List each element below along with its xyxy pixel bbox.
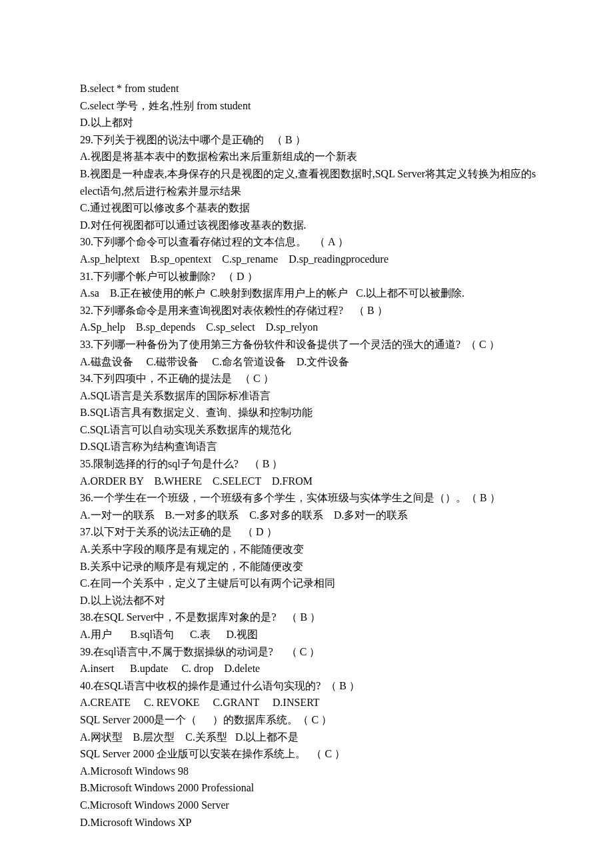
text-line: D.Microsoft Windows XP: [80, 814, 536, 831]
text-line: A.用户 B.sql语句 C.表 D.视图: [80, 626, 536, 643]
text-line: C.通过视图可以修改多个基表的数据: [80, 199, 536, 217]
text-line: 34.下列四项中，不正确的提法是 （ C ）: [80, 370, 536, 387]
text-line: A.ORDER BY B.WHERE C.SELECT D.FROM: [80, 473, 536, 490]
text-line: C.SQL语言可以自动实现关系数据库的规范化: [80, 421, 536, 439]
text-line: 38.在SQL Server中，不是数据库对象的是? （ B ）: [80, 609, 536, 626]
text-line: A.网状型 B.层次型 C.关系型 D.以上都不是: [80, 729, 536, 746]
text-line: 37.以下对于关系的说法正确的是 （ D ）: [80, 523, 536, 541]
text-line: A.Sp_help B.sp_depends C.sp_select D.sp_…: [80, 319, 536, 336]
text-line: SQL Server 2000 企业版可以安装在操作系统上。 （ C ）: [80, 745, 536, 763]
text-line: B.Microsoft Windows 2000 Professional: [80, 779, 536, 797]
text-line: D.以上都对: [80, 114, 536, 131]
text-line: D.SQL语言称为结构查询语言: [80, 438, 536, 455]
text-line: C.select 学号，姓名,性别 from student: [80, 97, 536, 115]
text-line: B.视图是一种虚表,本身保存的只是视图的定义,查看视图数据时,SQL Serve…: [80, 165, 536, 199]
text-line: B.关系中记录的顺序是有规定的，不能随便改变: [80, 558, 536, 575]
text-line: A.CREATE C. REVOKE C.GRANT D.INSERT: [80, 694, 536, 711]
text-line: 33.下列哪一种备份为了使用第三方备份软件和设备提供了一个灵活的强大的通道? （…: [80, 336, 536, 353]
text-line: 29.下列关于视图的说法中哪个是正确的 （ B ）: [80, 131, 536, 149]
text-line: SQL Server 2000是一个（ ）的数据库系统。（ C ）: [80, 711, 536, 729]
text-line: A.磁盘设备 C.磁带设备 C.命名管道设备 D.文件设备: [80, 353, 536, 371]
text-line: 39.在sql语言中,不属于数据操纵的动词是? （ C ）: [80, 643, 536, 661]
text-line: B.select * from student: [80, 80, 536, 97]
document-body: B.select * from studentC.select 学号，姓名,性别…: [80, 80, 536, 831]
text-line: D.对任何视图都可以通过该视图修改基表的数据.: [80, 217, 536, 234]
text-line: A.视图是将基本表中的数据检索出来后重新组成的一个新表: [80, 148, 536, 165]
text-line: A.sp_helptext B.sp_opentext C.sp_rename …: [80, 251, 536, 268]
text-line: 40.在SQL语言中收权的操作是通过什么语句实现的? （ B ）: [80, 677, 536, 695]
text-line: 32.下列哪条命令是用来查询视图对表依赖性的存储过程? （ B ）: [80, 302, 536, 319]
text-line: B.SQL语言具有数据定义、查询、操纵和控制功能: [80, 404, 536, 421]
text-line: 30.下列哪个命令可以查看存储过程的文本信息。 （ A ）: [80, 233, 536, 251]
text-line: A.sa B.正在被使用的帐户 C.映射到数据库用户上的帐户 C.以上都不可以被…: [80, 285, 536, 302]
text-line: 36.一个学生在一个班级，一个班级有多个学生，实体班级与实体学生之间是（）。（ …: [80, 489, 536, 507]
text-line: A.SQL语言是关系数据库的国际标准语言: [80, 387, 536, 405]
text-line: D.以上说法都不对: [80, 592, 536, 609]
text-line: A.关系中字段的顺序是有规定的，不能随便改变: [80, 541, 536, 558]
text-line: A.insert B.update C. drop D.delete: [80, 660, 536, 677]
text-line: A.Microsoft Windows 98: [80, 763, 536, 780]
text-line: 31.下列哪个帐户可以被删除? （ D ）: [80, 268, 536, 285]
text-line: C.Microsoft Windows 2000 Server: [80, 797, 536, 814]
text-line: 35.限制选择的行的sql子句是什么? （ B ）: [80, 455, 536, 473]
text-line: C.在同一个关系中，定义了主键后可以有两个记录相同: [80, 575, 536, 592]
text-line: A.一对一的联系 B.一对多的联系 C.多对多的联系 D.多对一的联系: [80, 507, 536, 524]
